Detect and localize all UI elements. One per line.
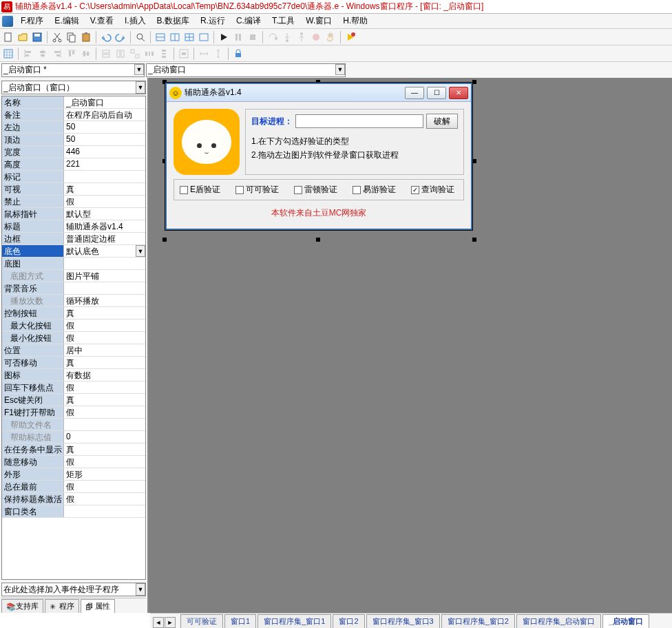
property-row[interactable]: 禁止假: [2, 196, 145, 208]
tab-prev-button[interactable]: ◄: [153, 617, 164, 628]
doc-tab[interactable]: 窗口程序集_启动窗口: [516, 614, 601, 628]
property-value[interactable]: 221: [64, 158, 145, 170]
property-value[interactable]: 50: [64, 134, 145, 145]
align-grid-button[interactable]: [1, 47, 15, 61]
property-row[interactable]: 顶边50: [2, 134, 145, 146]
property-value[interactable]: 真: [64, 183, 145, 195]
property-value[interactable]: 假: [64, 320, 145, 331]
property-row[interactable]: 外形矩形: [2, 468, 145, 481]
align-left-button[interactable]: [21, 47, 35, 61]
target-process-input[interactable]: [295, 114, 423, 128]
resize-handle[interactable]: [316, 238, 320, 242]
property-value[interactable]: [64, 282, 145, 294]
menu-window[interactable]: W.窗口: [300, 14, 337, 28]
property-row[interactable]: F1键打开帮助假: [2, 406, 145, 419]
design-window[interactable]: ☺ 辅助通杀器v1.4 — ☐ ✕ 目标进程：: [165, 83, 472, 230]
property-row[interactable]: 保持标题条激活假: [2, 493, 145, 505]
property-row[interactable]: 底色默认底色▼: [2, 245, 145, 258]
property-value[interactable]: 真: [64, 394, 145, 406]
property-row[interactable]: 可否移动真: [2, 357, 145, 369]
property-value[interactable]: 默认型: [64, 208, 145, 220]
property-value[interactable]: 真: [64, 443, 145, 455]
checkbox-雷顿验证[interactable]: 雷顿验证: [294, 184, 337, 196]
align-top-button[interactable]: [65, 47, 78, 61]
property-value[interactable]: 辅助通杀器v1.4: [64, 220, 145, 232]
property-row[interactable]: 随意移动假: [2, 456, 145, 468]
property-value[interactable]: [64, 171, 145, 182]
menu-program[interactable]: F.程序: [15, 14, 49, 28]
lock-button[interactable]: [231, 47, 245, 61]
paste-button[interactable]: [79, 30, 93, 44]
align-center-v-button[interactable]: [79, 47, 93, 61]
property-value[interactable]: 假: [64, 196, 145, 207]
menu-insert[interactable]: I.插入: [119, 14, 151, 28]
property-row[interactable]: 最小化按钮假: [2, 332, 145, 344]
property-value[interactable]: 有数据: [64, 369, 145, 381]
new-button[interactable]: [1, 30, 15, 44]
find-button[interactable]: [134, 30, 147, 44]
property-row[interactable]: 备注在程序启动后自动: [2, 109, 145, 121]
property-row[interactable]: 窗口类名: [2, 505, 145, 518]
property-row[interactable]: Esc键关闭真: [2, 394, 145, 406]
drag-logo[interactable]: [174, 109, 240, 175]
window-selector-left[interactable]: _启动窗口 * ▼: [1, 63, 145, 77]
property-value[interactable]: 居中: [64, 344, 145, 356]
hand-button[interactable]: [324, 30, 337, 44]
property-value[interactable]: 在程序启动后自动: [64, 109, 145, 121]
menu-view[interactable]: V.查看: [85, 14, 119, 28]
property-value[interactable]: 446: [64, 146, 145, 158]
property-value[interactable]: 真: [64, 357, 145, 368]
same-height-button[interactable]: [114, 47, 127, 61]
undo-button[interactable]: [99, 30, 113, 44]
property-row[interactable]: 最大化按钮假: [2, 320, 145, 332]
property-value[interactable]: 50: [64, 121, 145, 133]
window-selector-right[interactable]: _启动窗口 ▼: [146, 63, 346, 77]
checkbox-查询验证[interactable]: ✓查询验证: [411, 184, 454, 196]
stop-button[interactable]: [246, 30, 260, 44]
minimize-button[interactable]: —: [405, 87, 424, 99]
dist-v-button[interactable]: [157, 47, 171, 61]
window-split-h-button[interactable]: [154, 30, 167, 44]
resize-handle[interactable]: [472, 238, 476, 242]
menu-edit[interactable]: E.编辑: [49, 14, 84, 28]
redo-button[interactable]: [114, 30, 127, 44]
property-value[interactable]: 矩形: [64, 468, 145, 480]
property-row[interactable]: 帮助文件名: [2, 419, 145, 431]
doc-tab[interactable]: 窗口1: [224, 614, 256, 628]
object-selector[interactable]: _启动窗口（窗口） ▼: [1, 81, 146, 94]
maximize-button[interactable]: ☐: [427, 87, 446, 99]
window-split-v-button[interactable]: [168, 30, 182, 44]
property-row[interactable]: 边框普通固定边框: [2, 233, 145, 245]
property-row[interactable]: 底图: [2, 258, 145, 270]
property-value[interactable]: 假: [64, 381, 145, 393]
resize-handle[interactable]: [472, 159, 476, 163]
menu-compile[interactable]: C.编译: [231, 14, 266, 28]
crack-button[interactable]: 破解: [426, 114, 458, 129]
property-value[interactable]: 假: [64, 406, 145, 418]
property-value[interactable]: [64, 419, 145, 430]
checkbox-可可验证[interactable]: 可可验证: [235, 184, 279, 196]
property-value[interactable]: [64, 258, 145, 269]
property-value[interactable]: 普通固定边框: [64, 233, 145, 244]
resize-handle[interactable]: [162, 238, 167, 242]
tab-program[interactable]: ✳程序: [45, 599, 79, 613]
hspacing-button[interactable]: [197, 47, 211, 61]
property-row[interactable]: 总在最前假: [2, 481, 145, 493]
window-single-button[interactable]: [197, 30, 211, 44]
property-row[interactable]: 在任务条中显示真: [2, 443, 145, 456]
doc-tab[interactable]: 窗口程序集_窗口2: [441, 614, 515, 628]
property-row[interactable]: 标题辅助通杀器v1.4: [2, 220, 145, 233]
property-row[interactable]: 鼠标指针默认型: [2, 208, 145, 220]
window-grid-button[interactable]: [182, 30, 196, 44]
menu-run[interactable]: R.运行: [195, 14, 231, 28]
checkbox-E盾验证[interactable]: E盾验证: [180, 184, 220, 196]
property-value[interactable]: 假: [64, 332, 145, 344]
property-value[interactable]: 默认底色▼: [64, 245, 145, 257]
property-value[interactable]: 假: [64, 493, 145, 505]
resize-handle[interactable]: [472, 80, 476, 84]
doc-tab[interactable]: 窗口2: [333, 614, 364, 628]
property-row[interactable]: 回车下移焦点假: [2, 381, 145, 394]
property-row[interactable]: 背景音乐: [2, 282, 145, 295]
breakpoint-button[interactable]: [309, 30, 323, 44]
property-row[interactable]: 左边50: [2, 121, 145, 134]
